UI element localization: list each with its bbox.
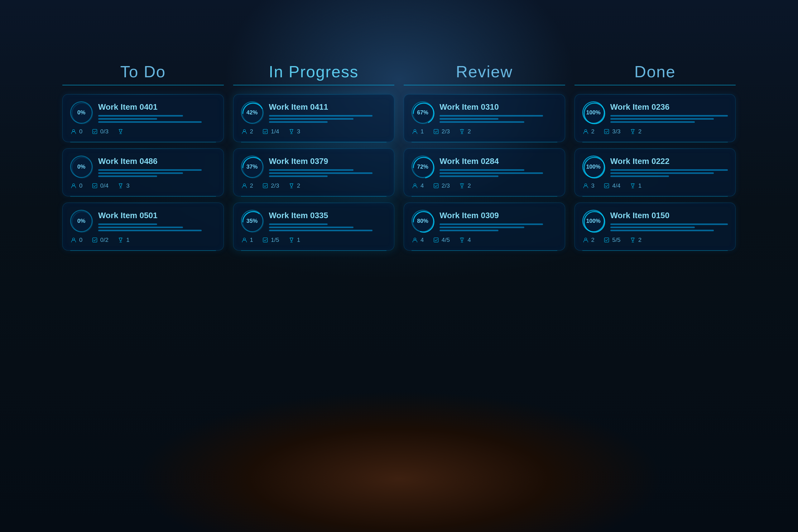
card-bars <box>439 169 557 177</box>
progress-bar <box>610 169 728 171</box>
footer-value-trophy: 3 <box>126 182 130 189</box>
progress-bar <box>98 224 157 225</box>
progress-circle: 0% <box>70 155 93 178</box>
footer-value-person: 4 <box>420 236 424 243</box>
person-icon <box>412 236 418 243</box>
footer-item-trophy: 3 <box>288 128 301 135</box>
svg-rect-14 <box>263 184 267 188</box>
card-accent-line <box>70 142 216 142</box>
card-accent-line <box>412 250 557 251</box>
work-card-card-0401[interactable]: 0%Work Item 0401 0 0/3 <box>62 94 224 142</box>
card-bars <box>610 115 728 123</box>
progress-bar <box>610 230 714 231</box>
card-bars <box>439 115 557 123</box>
work-card-card-0236[interactable]: 100%Work Item 0236 2 3/3 2 <box>574 94 736 142</box>
card-top: 72%Work Item 0284 <box>412 155 557 178</box>
card-top: 100%Work Item 0222 <box>582 155 728 178</box>
work-card-card-0335[interactable]: 35%Work Item 0335 1 1/5 1 <box>233 203 395 251</box>
trophy-icon <box>117 128 124 135</box>
progress-bar <box>269 175 328 177</box>
footer-value-person: 0 <box>79 182 82 189</box>
footer-value-check: 5/5 <box>612 236 620 243</box>
card-accent-line <box>241 250 387 251</box>
work-card-card-0310[interactable]: 67%Work Item 0310 1 2/3 2 <box>404 94 565 142</box>
card-info: Work Item 0222 <box>610 156 728 177</box>
card-info: Work Item 0501 <box>98 211 216 231</box>
percent-label: 35% <box>246 218 258 224</box>
footer-item-trophy: 2 <box>458 182 471 189</box>
card-top: 100%Work Item 0150 <box>582 210 728 232</box>
footer-value-check: 2/3 <box>442 128 450 135</box>
progress-bar <box>610 118 714 120</box>
card-title: Work Item 0379 <box>269 156 387 166</box>
progress-bar <box>98 172 183 174</box>
work-card-card-0379[interactable]: 37%Work Item 0379 2 2/3 2 <box>233 148 395 196</box>
card-info: Work Item 0411 <box>269 102 387 123</box>
person-icon <box>412 128 418 135</box>
percent-label: 100% <box>586 218 601 224</box>
card-info: Work Item 0401 <box>98 102 216 123</box>
footer-value-person: 2 <box>591 128 595 135</box>
footer-item-trophy: 3 <box>117 182 130 189</box>
footer-value-person: 3 <box>591 182 595 189</box>
footer-item-trophy: 2 <box>629 236 642 243</box>
footer-value-trophy: 2 <box>297 182 301 189</box>
footer-item-trophy: 1 <box>117 236 130 243</box>
footer-item-person: 4 <box>412 182 424 189</box>
footer-value-person: 2 <box>250 182 253 189</box>
footer-value-check: 1/5 <box>271 236 279 243</box>
trophy-icon <box>629 182 636 189</box>
progress-bar <box>269 118 354 120</box>
card-bars <box>269 169 387 177</box>
card-info: Work Item 0309 <box>439 211 557 231</box>
card-accent-line <box>582 250 728 251</box>
footer-item-check: 0/3 <box>91 128 109 135</box>
column-review: Review 67%Work Item 0310 1 2/3 2 72%Work… <box>404 62 565 251</box>
footer-item-person: 0 <box>70 182 82 189</box>
card-title: Work Item 0335 <box>269 211 387 220</box>
card-title: Work Item 0222 <box>610 156 728 166</box>
check-icon <box>603 236 610 243</box>
card-accent-line <box>582 196 728 197</box>
work-card-card-0150[interactable]: 100%Work Item 0150 2 5/5 2 <box>574 203 736 251</box>
progress-bar <box>98 175 157 177</box>
card-top: 67%Work Item 0310 <box>412 101 557 124</box>
work-card-card-0411[interactable]: 42%Work Item 0411 2 1/4 3 <box>233 94 395 142</box>
progress-bar <box>610 121 695 123</box>
percent-label: 100% <box>586 164 601 170</box>
progress-bar <box>98 169 202 171</box>
progress-circle: 80% <box>412 210 434 232</box>
footer-value-check: 0/2 <box>100 236 109 243</box>
column-title-todo: To Do <box>62 62 224 81</box>
percent-label: 100% <box>586 109 601 116</box>
person-icon <box>241 236 248 243</box>
card-top: 37%Work Item 0379 <box>241 155 387 178</box>
check-icon <box>433 128 439 135</box>
card-title: Work Item 0284 <box>439 156 557 166</box>
check-icon <box>91 128 98 135</box>
card-footer: 1 2/3 2 <box>412 128 557 135</box>
progress-circle: 0% <box>70 210 93 232</box>
footer-value-check: 4/5 <box>442 236 450 243</box>
progress-bar <box>610 224 728 225</box>
card-info: Work Item 0236 <box>610 102 728 123</box>
column-header-review: Review <box>404 62 565 86</box>
footer-item-trophy: 1 <box>629 182 642 189</box>
percent-label: 0% <box>77 164 86 170</box>
footer-value-person: 1 <box>250 236 253 243</box>
card-info: Work Item 0150 <box>610 211 728 231</box>
work-card-card-0284[interactable]: 72%Work Item 0284 4 2/3 2 <box>404 148 565 196</box>
card-accent-line <box>70 250 216 251</box>
person-icon <box>241 128 248 135</box>
footer-value-person: 0 <box>79 236 82 243</box>
work-card-card-0486[interactable]: 0%Work Item 0486 0 0/4 3 <box>62 148 224 196</box>
svg-rect-23 <box>434 184 438 188</box>
work-card-card-0222[interactable]: 100%Work Item 0222 3 4/4 1 <box>574 148 736 196</box>
percent-label: 0% <box>77 109 86 116</box>
footer-item-trophy: 1 <box>288 236 301 243</box>
progress-circle: 100% <box>582 101 605 124</box>
column-in-progress: In Progress 42%Work Item 0411 2 1/4 3 37… <box>233 62 395 251</box>
kanban-board: To Do 0%Work Item 0401 0 0/3 0%Work Item… <box>62 62 736 251</box>
work-card-card-0309[interactable]: 80%Work Item 0309 4 4/5 4 <box>404 203 565 251</box>
work-card-card-0501[interactable]: 0%Work Item 0501 0 0/2 1 <box>62 203 224 251</box>
